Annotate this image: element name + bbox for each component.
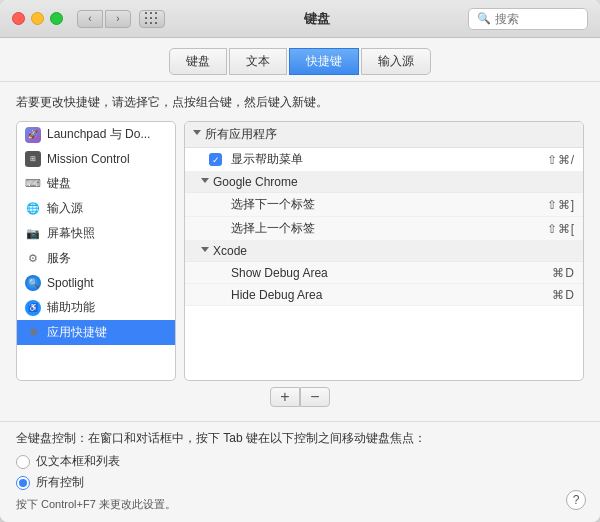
spotlight-icon: 🔍 [25,275,41,291]
triangle-icon-all-apps [193,130,201,139]
launchpad-icon: 🚀 [25,127,41,143]
close-button[interactable] [12,12,25,25]
search-input[interactable] [495,12,575,26]
window-title: 键盘 [165,10,468,28]
sidebar-item-services[interactable]: ⚙ 服务 [17,246,175,271]
sidebar-item-label-input: 输入源 [47,200,83,217]
main-content: 若要更改快捷键，请选择它，点按组合键，然后键入新键。 🚀 Launchpad 与… [0,82,600,421]
screenshot-icon: 📷 [25,226,41,242]
sidebar-item-label-spotlight: Spotlight [47,276,94,290]
sidebar-item-label-keyboard: 键盘 [47,175,71,192]
sidebar-item-label-screenshot: 屏幕快照 [47,225,95,242]
shortcut-keys-prev-tab: ⇧⌘[ [547,222,575,236]
sidebar-item-label-appshortcuts: 应用快捷键 [47,324,107,341]
section-label-chrome: Google Chrome [213,175,298,189]
checked-icon: ✓ [209,153,222,166]
shortcut-next-tab[interactable]: 选择下一个标签 ⇧⌘] [185,193,583,217]
tab-shortcuts[interactable]: 快捷键 [289,48,359,75]
sidebar-item-keyboard[interactable]: ⌨ 键盘 [17,171,175,196]
sidebar-item-accessibility[interactable]: ♿ 辅助功能 [17,295,175,320]
input-icon: 🌐 [25,201,41,217]
help-button[interactable]: ? [566,490,586,510]
nav-buttons: ‹ › [77,10,131,28]
sidebar-item-label-services: 服务 [47,250,71,267]
shortcut-panel: 所有应用程序 ✓ 显示帮助菜单 ⇧⌘/ Google Chrome 选择下一个标 [184,121,584,381]
shortcut-name-hide-debug: Hide Debug Area [231,288,552,302]
shortcut-name-prev-tab: 选择上一个标签 [231,220,547,237]
sidebar-item-launchpad[interactable]: 🚀 Launchpad 与 Do... [17,122,175,147]
shortcut-keys-show-debug: ⌘D [552,266,575,280]
main-window: ‹ › 键盘 🔍 键盘 文本 快捷键 输入源 若要更改快捷键，请选择它，点按组合… [0,0,600,522]
remove-shortcut-button[interactable]: − [300,387,330,407]
sidebar-item-appshortcuts[interactable]: ✱ 应用快捷键 [17,320,175,345]
shortcut-name-next-tab: 选择下一个标签 [231,196,547,213]
shortcut-show-debug[interactable]: Show Debug Area ⌘D [185,262,583,284]
radio-all-controls[interactable]: 所有控制 [16,474,584,491]
radio-text-lists[interactable]: 仅文本框和列表 [16,453,584,470]
forward-button[interactable]: › [105,10,131,28]
shortcut-name-show-help: 显示帮助菜单 [231,151,547,168]
section-label-all-apps: 所有应用程序 [205,126,277,143]
bottom-section: 全键盘控制：在窗口和对话框中，按下 Tab 键在以下控制之间移动键盘焦点： 仅文… [0,421,600,522]
radio-circle-text-lists [16,455,30,469]
radio-group: 仅文本框和列表 所有控制 [16,453,584,491]
titlebar: ‹ › 键盘 🔍 [0,0,600,38]
keyboard-icon: ⌨ [25,176,41,192]
radio-label-text-lists: 仅文本框和列表 [36,453,120,470]
shortcut-prev-tab[interactable]: 选择上一个标签 ⇧⌘[ [185,217,583,241]
back-button[interactable]: ‹ [77,10,103,28]
panel-footer: + − [16,381,584,413]
triangle-icon-chrome [201,178,209,187]
accessibility-icon: ♿ [25,300,41,316]
tab-input[interactable]: 输入源 [361,48,431,75]
shortcut-hide-debug[interactable]: Hide Debug Area ⌘D [185,284,583,306]
sidebar-item-label-mission: Mission Control [47,152,130,166]
maximize-button[interactable] [50,12,63,25]
tab-keyboard[interactable]: 键盘 [169,48,227,75]
add-shortcut-button[interactable]: + [270,387,300,407]
sidebar-item-label-accessibility: 辅助功能 [47,299,95,316]
grid-button[interactable] [139,10,165,28]
appshortcuts-icon: ✱ [25,325,41,341]
sidebar-item-mission[interactable]: ⊞ Mission Control [17,147,175,171]
sidebar-item-label-launchpad: Launchpad 与 Do... [47,126,150,143]
radio-label-all-controls: 所有控制 [36,474,84,491]
mission-icon: ⊞ [25,151,41,167]
hint-text: 按下 Control+F7 来更改此设置。 [16,497,584,512]
keyboard-control-title: 全键盘控制：在窗口和对话框中，按下 Tab 键在以下控制之间移动键盘焦点： [16,430,584,447]
search-icon: 🔍 [477,12,491,25]
shortcut-keys-next-tab: ⇧⌘] [547,198,575,212]
tab-text[interactable]: 文本 [229,48,287,75]
section-header-xcode[interactable]: Xcode [185,241,583,262]
instruction-text: 若要更改快捷键，请选择它，点按组合键，然后键入新键。 [16,94,584,111]
traffic-lights [12,12,63,25]
sidebar: 🚀 Launchpad 与 Do... ⊞ Mission Control ⌨ … [16,121,176,381]
triangle-icon-xcode [201,247,209,256]
section-label-xcode: Xcode [213,244,247,258]
radio-circle-all-controls [16,476,30,490]
tabs-toolbar: 键盘 文本 快捷键 输入源 [0,38,600,82]
shortcut-name-show-debug: Show Debug Area [231,266,552,280]
grid-icon [145,12,159,26]
checkbox-show-help[interactable]: ✓ [209,153,227,166]
shortcut-show-help[interactable]: ✓ 显示帮助菜单 ⇧⌘/ [185,148,583,172]
search-box[interactable]: 🔍 [468,8,588,30]
section-header-chrome[interactable]: Google Chrome [185,172,583,193]
shortcut-keys-show-help: ⇧⌘/ [547,153,575,167]
sidebar-item-screenshot[interactable]: 📷 屏幕快照 [17,221,175,246]
panels: 🚀 Launchpad 与 Do... ⊞ Mission Control ⌨ … [16,121,584,381]
sidebar-item-spotlight[interactable]: 🔍 Spotlight [17,271,175,295]
section-header-all-apps[interactable]: 所有应用程序 [185,122,583,148]
services-icon: ⚙ [25,251,41,267]
minimize-button[interactable] [31,12,44,25]
sidebar-item-input[interactable]: 🌐 输入源 [17,196,175,221]
shortcut-keys-hide-debug: ⌘D [552,288,575,302]
